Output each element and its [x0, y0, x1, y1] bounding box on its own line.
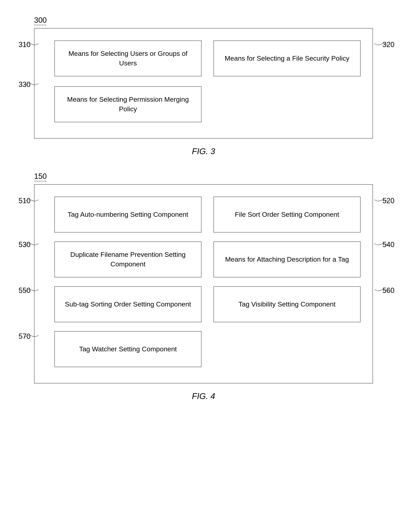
fig3-grid: Means for Selecting Users or Groups of U… — [34, 29, 373, 138]
box-320: Means for Selecting a File Security Poli… — [213, 40, 360, 76]
page: 300 310 320 330 — [0, 0, 407, 532]
ref-320-label: 320 — [383, 40, 394, 49]
box-510-text: Tag Auto-numbering Setting Component — [68, 210, 188, 219]
box-560-text: Tag Visibility Setting Component — [239, 300, 336, 309]
box-570-text: Tag Watcher Setting Component — [79, 344, 177, 354]
ref-560-label: 560 — [383, 286, 394, 295]
ref-310-label: 310 — [19, 40, 31, 49]
box-330-text: Means for Selecting Permission Merging P… — [63, 95, 193, 114]
fig4-grid: Tag Auto-numbering Setting Component Fil… — [34, 185, 373, 383]
ref-570-label: 570 — [19, 332, 31, 341]
box-540-text: Means for Attaching Description for a Ta… — [225, 255, 349, 264]
ref-150-label: 150 — [34, 172, 47, 181]
ref-330-label: 330 — [19, 80, 31, 89]
box-570: Tag Watcher Setting Component — [55, 331, 202, 367]
ref-520-label: 520 — [383, 197, 394, 205]
box-540: Means for Attaching Description for a Ta… — [213, 241, 360, 277]
ref-150: 150 — [34, 172, 47, 181]
box-520-text: File Sort Order Setting Component — [235, 210, 339, 219]
box-530-text: Duplicate Filename Prevention Setting Co… — [63, 250, 193, 269]
fig3-outer-wrapper: 300 310 320 330 — [34, 16, 373, 139]
box-310: Means for Selecting Users or Groups of U… — [55, 40, 202, 76]
fig4-caption: FIG. 4 — [34, 391, 373, 401]
box-560: Tag Visibility Setting Component — [213, 286, 360, 322]
ref-530-label: 530 — [19, 240, 31, 249]
fig3-section: 300 310 320 330 — [34, 16, 373, 156]
box-320-text: Means for Selecting a File Security Poli… — [225, 54, 349, 63]
ref-300-label: 300 — [34, 16, 47, 24]
ref-510-label: 510 — [19, 197, 31, 205]
box-550-text: Sub-tag Sorting Order Setting Component — [65, 300, 191, 309]
ref-540-label: 540 — [383, 240, 394, 249]
box-510: Tag Auto-numbering Setting Component — [55, 197, 202, 232]
ref-300: 300 — [34, 16, 47, 24]
ref-550-label: 550 — [19, 286, 31, 295]
box-310-text: Means for Selecting Users or Groups of U… — [63, 49, 193, 68]
fig4-section: 150 510 520 530 — [34, 172, 373, 401]
fig4-container: 510 520 530 — [34, 184, 373, 383]
fig3-caption: FIG. 3 — [34, 147, 373, 156]
box-330: Means for Selecting Permission Merging P… — [55, 86, 202, 122]
fig3-container: 310 320 330 — [34, 28, 373, 139]
fig4-outer-wrapper: 150 510 520 530 — [34, 172, 373, 383]
box-530: Duplicate Filename Prevention Setting Co… — [55, 241, 202, 277]
box-520: File Sort Order Setting Component — [213, 197, 360, 232]
box-550: Sub-tag Sorting Order Setting Component — [55, 286, 202, 322]
